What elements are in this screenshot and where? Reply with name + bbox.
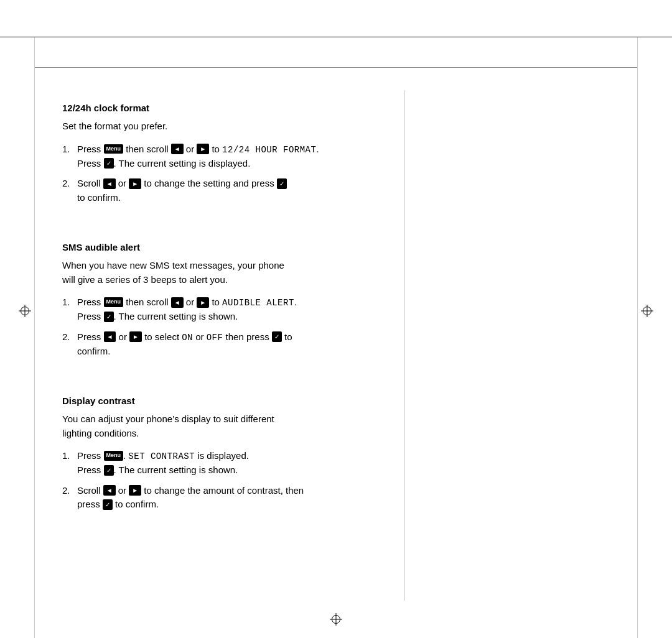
page-header [35,62,637,68]
left-border [34,37,35,638]
menu-button-icon: Menu [104,144,124,154]
arrow-icon: ► [129,331,142,342]
top-bar [0,0,672,37]
section-heading-display-contrast: Display contrast [62,395,423,406]
arrow-icon: ◄ [104,331,116,342]
steps-list-display-contrast: 1. Press Menu. SET CONTRAST is displayed… [62,449,423,512]
section-heading-sms-alert: SMS audible alert [62,242,423,252]
check-icon: ✓ [103,499,113,510]
arrow-icon: ◄ [103,485,116,496]
section-heading-clock-format: 12/24h clock format [62,103,423,113]
step-number: 1. [62,449,77,478]
crosshair-left [19,305,31,317]
step-number: 2. [62,330,77,359]
lcd-display-text: AUDIBLE ALERT [222,298,294,308]
section-intro-clock-format: Set the format you prefer. [62,119,423,134]
lcd-display-text: SET CONTRAST [128,451,195,461]
step-item: 1. Press Menu then scroll ◄ or ► to AUDI… [62,295,423,324]
check-icon: ✓ [277,178,287,189]
step-content: Press Menu. SET CONTRAST is displayed.Pr… [77,449,423,478]
step-content: Press Menu then scroll ◄ or ► to 12/24 H… [77,142,423,171]
arrow-icon: ► [197,297,209,308]
step-item: 2. Press ◄ or ► to select ON or OFF then… [62,330,423,359]
section-intro-display-contrast: You can adjust your phone’s display to s… [62,412,423,440]
arrow-icon: ◄ [103,178,116,189]
steps-list-clock-format: 1. Press Menu then scroll ◄ or ► to 12/2… [62,142,423,205]
main-content: 12/24h clock formatSet the format you pr… [62,90,423,601]
step-content: Scroll ◄ or ► to change the setting and … [77,177,423,205]
arrow-icon: ◄ [171,297,184,308]
lcd-display-text: OFF [207,333,223,343]
step-content: Press Menu then scroll ◄ or ► to AUDIBLE… [77,295,423,324]
arrow-icon: ◄ [171,144,184,154]
step-content: Press ◄ or ► to select ON or OFF then pr… [77,330,423,359]
step-item: 2. Scroll ◄ or ► to change the setting a… [62,177,423,205]
crosshair-bottom [330,613,342,626]
crosshair-right [641,305,653,317]
steps-list-sms-alert: 1. Press Menu then scroll ◄ or ► to AUDI… [62,295,423,358]
menu-button-icon: Menu [104,297,124,307]
menu-button-icon: Menu [104,451,124,461]
step-number: 2. [62,484,77,512]
step-item: 1. Press Menu. SET CONTRAST is displayed… [62,449,423,478]
arrow-icon: ► [129,485,141,496]
check-icon: ✓ [104,158,114,169]
step-number: 2. [62,177,77,205]
check-icon: ✓ [272,331,282,342]
arrow-icon: ► [197,144,209,154]
check-icon: ✓ [104,465,114,476]
step-item: 2. Scroll ◄ or ► to change the amount of… [62,484,423,512]
arrow-icon: ► [129,178,141,189]
step-item: 1. Press Menu then scroll ◄ or ► to 12/2… [62,142,423,171]
step-content: Scroll ◄ or ► to change the amount of co… [77,484,423,512]
step-number: 1. [62,295,77,324]
right-border [637,37,638,638]
step-number: 1. [62,142,77,171]
check-icon: ✓ [104,312,114,322]
lcd-display-text: ON [182,333,193,343]
section-intro-sms-alert: When you have new SMS text messages, you… [62,259,423,287]
lcd-display-text: 12/24 HOUR FORMAT [222,145,316,155]
